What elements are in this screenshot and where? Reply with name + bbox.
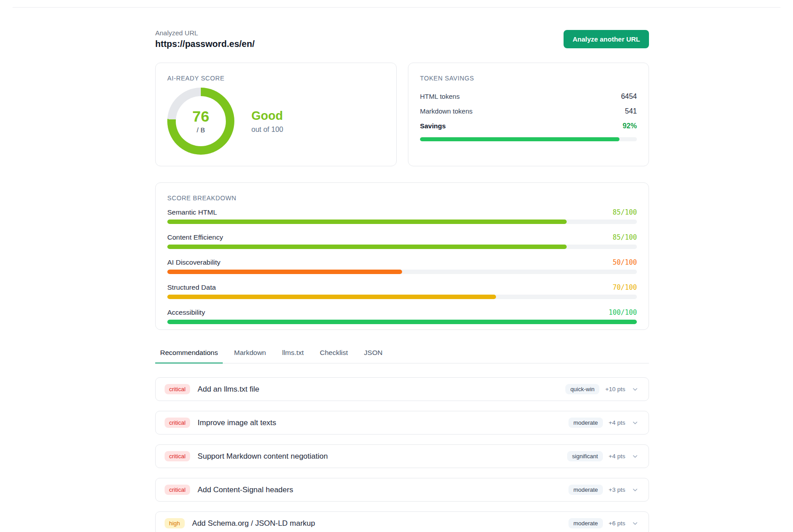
recommendation-title: Add Content-Signal headers bbox=[198, 486, 293, 494]
metric-structured-data: Structured Data 70/100 bbox=[167, 283, 637, 299]
score-breakdown-title: SCORE BREAKDOWN bbox=[167, 194, 637, 202]
page-header: Analyzed URL https://password.es/en/ Ana… bbox=[155, 29, 649, 49]
severity-badge: critical bbox=[165, 384, 190, 394]
token-row-label: HTML tokens bbox=[420, 93, 460, 100]
savings-label: Savings bbox=[420, 122, 446, 130]
chevron-down-icon[interactable] bbox=[632, 453, 639, 460]
score-body: 76 / B Good out of 100 bbox=[167, 88, 385, 155]
token-row-label: Markdown tokens bbox=[420, 107, 473, 115]
metric-bar-track bbox=[167, 270, 637, 274]
severity-badge: critical bbox=[165, 451, 190, 461]
metric-bar-track bbox=[167, 245, 637, 249]
points-label: +10 pts bbox=[605, 386, 625, 393]
score-gauge-center: 76 / B bbox=[176, 96, 226, 146]
metric-score: 50/100 bbox=[613, 258, 637, 266]
metric-bar-fill bbox=[167, 245, 567, 249]
tab-bar: Recommendations Markdown llms.txt Checkl… bbox=[155, 349, 649, 363]
chevron-down-icon[interactable] bbox=[632, 419, 639, 426]
token-row-savings: Savings 92% bbox=[420, 118, 637, 133]
tab-recommendations[interactable]: Recommendations bbox=[155, 349, 223, 363]
savings-bar-fill bbox=[420, 137, 619, 141]
metric-bar-track bbox=[167, 295, 637, 299]
severity-badge: high bbox=[165, 518, 185, 528]
token-rows: HTML tokens 6454 Markdown tokens 541 Sav… bbox=[420, 89, 637, 141]
recommendation-title: Add Schema.org / JSON-LD markup bbox=[192, 519, 315, 528]
impact-badge: moderate bbox=[568, 418, 603, 428]
metric-label: Semantic HTML bbox=[167, 208, 217, 216]
metrics-list: Semantic HTML 85/100 Content Efficiency … bbox=[167, 208, 637, 324]
metric-bar-fill bbox=[167, 270, 402, 274]
metric-bar-fill bbox=[167, 220, 567, 224]
analyzed-url-label: Analyzed URL bbox=[155, 29, 254, 37]
token-row-value: 541 bbox=[625, 107, 637, 115]
recommendation-title: Add an llms.txt file bbox=[198, 385, 259, 394]
score-verdict: Good bbox=[251, 109, 283, 123]
metric-bar-fill bbox=[167, 295, 496, 299]
impact-badge: quick-win bbox=[565, 384, 599, 394]
recommendation-title: Improve image alt texts bbox=[198, 418, 276, 427]
metric-bar-track bbox=[167, 220, 637, 224]
metric-semantic-html: Semantic HTML 85/100 bbox=[167, 208, 637, 224]
analyzed-url-value: https://password.es/en/ bbox=[155, 39, 254, 49]
tab-markdown[interactable]: Markdown bbox=[229, 349, 271, 363]
savings-bar-track bbox=[420, 137, 637, 141]
score-out-of: out of 100 bbox=[251, 126, 283, 134]
recommendation-title: Support Markdown content negotiation bbox=[198, 452, 328, 461]
chevron-down-icon[interactable] bbox=[632, 486, 639, 494]
top-nav-divider bbox=[13, 0, 780, 8]
metric-score: 70/100 bbox=[613, 283, 637, 291]
score-number: 76 bbox=[192, 109, 209, 125]
recommendations-list: critical Add an llms.txt file quick-win … bbox=[155, 377, 649, 532]
token-savings-card: TOKEN SAVINGS HTML tokens 6454 Markdown … bbox=[408, 63, 649, 166]
chevron-down-icon[interactable] bbox=[632, 520, 639, 527]
score-breakdown-card: SCORE BREAKDOWN Semantic HTML 85/100 Con… bbox=[155, 182, 649, 330]
metric-label: Structured Data bbox=[167, 283, 216, 291]
metric-bar-track bbox=[167, 320, 637, 324]
token-savings-title: TOKEN SAVINGS bbox=[420, 75, 637, 82]
metric-score: 85/100 bbox=[613, 233, 637, 241]
metric-bar-fill bbox=[167, 320, 637, 324]
impact-badge: moderate bbox=[568, 485, 603, 495]
tab-checklist[interactable]: Checklist bbox=[315, 349, 353, 363]
analyze-another-url-button[interactable]: Analyze another URL bbox=[564, 30, 649, 48]
recommendation-row[interactable]: high Add Schema.org / JSON-LD markup mod… bbox=[155, 511, 649, 532]
recommendation-row[interactable]: critical Improve image alt texts moderat… bbox=[155, 411, 649, 435]
points-label: +4 pts bbox=[609, 419, 625, 426]
impact-badge: significant bbox=[567, 451, 603, 461]
score-card-title: AI-READY SCORE bbox=[167, 75, 385, 82]
token-row-markdown: Markdown tokens 541 bbox=[420, 104, 637, 118]
impact-badge: moderate bbox=[568, 518, 603, 528]
score-verdict-block: Good out of 100 bbox=[251, 109, 283, 134]
chevron-down-icon[interactable] bbox=[632, 386, 639, 393]
main-content: Analyzed URL https://password.es/en/ Ana… bbox=[155, 29, 649, 532]
score-grade: / B bbox=[197, 126, 205, 134]
metric-label: Content Efficiency bbox=[167, 233, 223, 241]
token-row-value: 6454 bbox=[621, 93, 637, 101]
tab-json[interactable]: JSON bbox=[359, 349, 387, 363]
points-label: +3 pts bbox=[609, 486, 625, 493]
metric-score: 85/100 bbox=[613, 208, 637, 216]
metric-ai-discoverability: AI Discoverability 50/100 bbox=[167, 258, 637, 274]
metric-content-efficiency: Content Efficiency 85/100 bbox=[167, 233, 637, 249]
tab-llms-txt[interactable]: llms.txt bbox=[277, 349, 309, 363]
score-gauge: 76 / B bbox=[167, 88, 234, 155]
metric-accessibility: Accessibility 100/100 bbox=[167, 308, 637, 324]
recommendation-row[interactable]: critical Support Markdown content negoti… bbox=[155, 444, 649, 468]
metric-score: 100/100 bbox=[609, 308, 637, 317]
metric-label: Accessibility bbox=[167, 308, 205, 317]
savings-value: 92% bbox=[623, 122, 637, 130]
metric-label: AI Discoverability bbox=[167, 258, 221, 266]
recommendation-row[interactable]: critical Add an llms.txt file quick-win … bbox=[155, 377, 649, 401]
analyzed-url-block: Analyzed URL https://password.es/en/ bbox=[155, 29, 254, 49]
severity-badge: critical bbox=[165, 485, 190, 495]
ai-ready-score-card: AI-READY SCORE 76 / B Good out of 100 bbox=[155, 63, 397, 166]
summary-cards-row: AI-READY SCORE 76 / B Good out of 100 TO… bbox=[155, 63, 649, 166]
points-label: +4 pts bbox=[609, 453, 625, 460]
recommendation-row[interactable]: critical Add Content-Signal headers mode… bbox=[155, 478, 649, 502]
token-row-html: HTML tokens 6454 bbox=[420, 89, 637, 104]
points-label: +6 pts bbox=[609, 520, 625, 527]
severity-badge: critical bbox=[165, 418, 190, 428]
